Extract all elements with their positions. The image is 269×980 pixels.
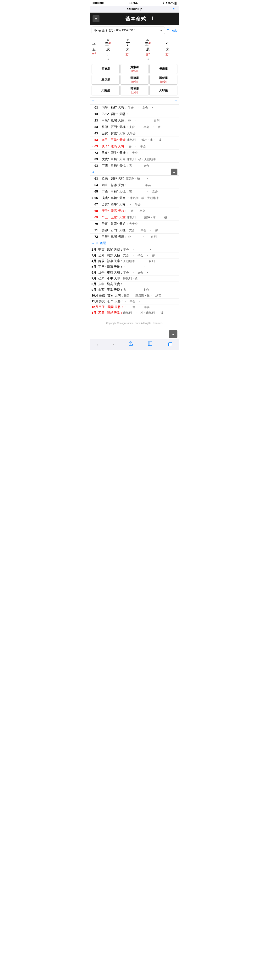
tabs-button[interactable]: [167, 341, 172, 347]
table-row: 63 乙未 調舒 天印 庫気刑・破 ・: [90, 175, 179, 182]
star-cell-2: 貫索星 [木②]: [121, 64, 148, 74]
left-arrow-icon: ⇒: [92, 99, 94, 102]
browser-bar: asumiru.jp ↻: [90, 6, 179, 13]
pillar4-stem: 午: [158, 42, 177, 47]
table-row: 8月 庚申 龍高 天貴： ・ ・: [90, 282, 179, 287]
table-row: 2月 甲寅 鳳閣 天胡： 半会 ・ ・: [90, 247, 179, 253]
star-name-6: 調舒星: [151, 76, 176, 80]
scroll-top-button-bottom[interactable]: ▲: [169, 330, 177, 338]
person-select-dropdown[interactable]: 小○百合子 (女・65) 1952/7/15 ▼: [92, 27, 165, 34]
star-cell-3: 天庫星: [150, 64, 177, 74]
back-button[interactable]: ‹: [97, 341, 99, 347]
right-arrow-icon: ⇒: [175, 99, 177, 102]
forward-button[interactable]: ›: [112, 341, 114, 347]
table-row: 5月 丁巳* 司禄 天馳： ・ ・: [90, 264, 179, 270]
table-row: 68 庚子* 龍高 天将： 害 半会: [90, 208, 179, 214]
section2-header: ⇒ ▲: [90, 169, 179, 174]
bluetooth-icon: ✦: [165, 2, 167, 5]
table-row: 83 戊戌* 車騎° 天南 庫気刑・破・天剋地冲: [90, 156, 179, 162]
table-row: 71 癸卯 石門° 天極： 支合 半会 ・ 害: [90, 227, 179, 234]
star-sub-8: [土④]: [122, 91, 147, 94]
input-row: 小○百合子 (女・65) 1952/7/15 ▼ T-mode: [90, 25, 179, 37]
star-name-7: 天南星: [93, 89, 118, 92]
status-time: 11:44: [129, 1, 137, 5]
pillar1-sub2: 戊: [98, 57, 118, 61]
branch-label-xin: 辛②: [92, 52, 96, 56]
menu-button[interactable]: ≡: [92, 15, 99, 22]
star-cell-5: 司禄星 [土④]: [121, 75, 148, 85]
svg-rect-1: [169, 343, 172, 346]
browser-url[interactable]: asumiru.jp: [127, 7, 142, 11]
star-cell-7: 天南星: [92, 86, 119, 95]
status-icons: ⤴ ✦ 90% ▓: [163, 2, 177, 5]
pillar1-age: 59: [98, 38, 118, 41]
branch-label-chou: 丑: [92, 47, 96, 52]
table-row: 4月 丙辰 禄存 天庫： 天剋地冲・ ・ 自刑: [90, 259, 179, 264]
pillar4-sub2: [158, 57, 177, 61]
table-row: 23 甲辰* 鳳閣 天庫： 冲 ・ 自刑: [90, 118, 179, 124]
app-header: ≡ 基本命式 Ⅰ: [90, 13, 179, 25]
branch-label-ding: 丁: [92, 57, 96, 61]
star-name-9: 天印星: [151, 89, 176, 92]
decade-section-1: 03 丙午 禄存 天報： 半会 ・ 支合 ・ 13 乙巳* 調舒° 天馳： ・ …: [90, 104, 179, 169]
month-section: 2月 甲寅 鳳閣 天胡： 半会 ・ ・ 3月 乙卯 調舒 天極： 支合 ・ 半会…: [90, 247, 179, 316]
star-cell-1: 司禄星: [92, 64, 119, 74]
pillar3-sub2: 戊: [138, 57, 158, 61]
pillar4-age: [158, 38, 177, 41]
table-row: = 63 庚子* 龍高 天将 害 ・ 半会: [90, 143, 179, 150]
table-row: = 66 戊戌* 車騎° 天南 ・庫気刑・破・天剋地冲: [90, 195, 179, 201]
table-row: 12月 甲子 鳳閣 天将： ・ 害 ・ 半会: [90, 304, 179, 310]
status-bar: docomo 11:44 ⤴ ✦ 90% ▓: [90, 0, 179, 6]
scroll-top-button[interactable]: ▲: [171, 169, 177, 175]
star-name-5: 司禄星: [122, 76, 147, 80]
star-cell-9: 天印星: [150, 86, 177, 95]
browser-refresh-icon[interactable]: ↻: [172, 7, 175, 11]
section3-header: ⇒ ⇒ 西暦: [90, 240, 179, 246]
t-mode-button[interactable]: T-mode: [167, 29, 177, 32]
pillar1-sub1: 丁: [98, 52, 118, 57]
stars-section: 司禄星 貫索星 [木②] 天庫星 玉堂星 司禄星 [土④] 調舒星 [火③] 天…: [90, 63, 179, 97]
browser-nav-bar: ‹ ›: [90, 339, 179, 350]
table-row: 93 丁酉 司禄° 天悦： 害 支合: [90, 162, 179, 169]
pillar2-branch: 未: [118, 47, 137, 52]
pillar1-branch: 戌: [98, 47, 118, 52]
pillar4-branch: 未: [158, 47, 177, 52]
table-row: 03 丙午 禄存 天報： 半会 ・ 支合 ・: [90, 105, 179, 111]
bookmarks-button[interactable]: [148, 341, 153, 347]
section2-arrow-icon: ⇒: [92, 170, 94, 174]
pillar3-age: 29: [138, 38, 158, 41]
pillar2-age: 44: [118, 38, 137, 41]
table-row: 72 甲辰* 鳳閣 天庫： 冲 ・ 自刑: [90, 234, 179, 240]
star-name-8: 司禄星: [122, 87, 147, 91]
star-sub-5: [土④]: [122, 80, 147, 83]
table-row: 70 壬寅 貫索° 天胡： 大半会 ・: [90, 221, 179, 227]
table-row: 1月 乙丑 調舒 天堂： 庫気刑 ・ 冲・庫気刑・ 破: [90, 310, 179, 316]
table-row: 7月 己未 牽牛 天印： 庫気刑・破・: [90, 276, 179, 282]
pillar2-sub2: [118, 57, 137, 61]
section3-arrow-icon: ⇒: [92, 242, 94, 245]
share-button[interactable]: [128, 341, 134, 347]
table-row: 73 己亥* 牽牛° 天禄： 半会 ・: [90, 150, 179, 156]
star-cell-6: 調舒星 [火③]: [150, 75, 177, 85]
star-cell-8: 司禄星 [土④]: [121, 86, 148, 95]
section3-header-text: ⇒ 西暦: [96, 241, 106, 245]
footer-text: Copyright © tougu-sanmei Corp. All Right…: [106, 322, 162, 325]
table-row: 64 丙申 禄存 天貴： ・ ・ 半会: [90, 182, 179, 188]
pillar2-sub1: 乙①: [118, 52, 137, 57]
pillar2-stem: 丁: [118, 42, 137, 47]
dropdown-arrow-icon: ▼: [159, 29, 163, 32]
table-row: 9月 辛酉 玉堂 天悦： 害 ・ 支合: [90, 287, 179, 293]
table-row: 33 癸卯 石門° 天極： 支合 ・ 半会 ・ 害: [90, 124, 179, 130]
arrow-row: ⇒ ⇒: [90, 97, 179, 103]
star-sub-2: [木②]: [122, 69, 147, 73]
pillar3-sub1: 癸③: [138, 52, 158, 57]
four-pillars-section: 子 丑 辛② 丁 59 44 29 壬③ 丁 壬③ 午 戌 未 辰 未 丁 乙①…: [90, 37, 179, 63]
footer: Copyright © tougu-sanmei Corp. All Right…: [90, 318, 179, 328]
table-row: 65 丁酉 司禄° 天悦： 害 ・ 支合: [90, 188, 179, 195]
year-section: 63 乙未 調舒 天印 庫気刑・破 ・ 64 丙申 禄存 天貴： ・ ・ 半会 …: [90, 175, 179, 240]
star-name-3: 天庫星: [151, 67, 176, 71]
pillar4-sub1: 乙①: [158, 52, 177, 57]
stars-grid: 司禄星 貫索星 [木②] 天庫星 玉堂星 司禄星 [土④] 調舒星 [火③] 天…: [92, 64, 177, 95]
star-sub-6: [火③]: [151, 80, 176, 83]
star-name-1: 司禄星: [93, 67, 118, 71]
